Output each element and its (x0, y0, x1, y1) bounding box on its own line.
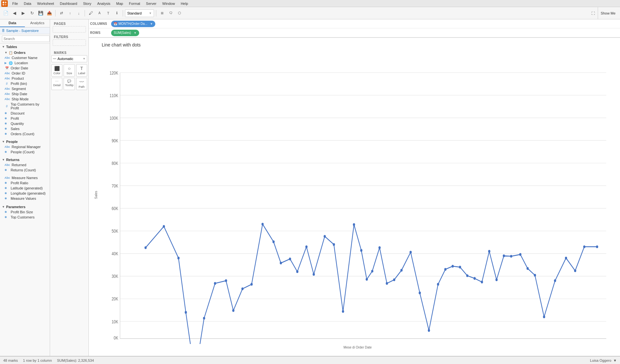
share-button[interactable]: ⬡ (176, 9, 183, 17)
refresh-button[interactable]: ↻ (28, 9, 36, 17)
field-profit[interactable]: ✱ Profit (0, 116, 50, 121)
menu-help[interactable]: Help (178, 1, 191, 6)
field-product[interactable]: Abc Product (0, 76, 50, 81)
toolbar: 📄 ◀ ▶ ↻ 💾 📤 ⇄ ↑ ↓ 🖊 A T ℹ Standard ▼ ⊞ 🗨… (0, 7, 620, 19)
user-dropdown-icon[interactable]: ▼ (613, 359, 617, 362)
pill-row-close-icon[interactable]: ▼ (134, 31, 137, 35)
field-people-count[interactable]: ✱ People (Count) (0, 149, 50, 155)
save-button[interactable]: 💾 (37, 9, 45, 17)
rows-pill[interactable]: SUM(Sales) ▼ (111, 30, 139, 36)
svg-point-84 (503, 254, 505, 257)
caption-button[interactable]: 🗨 (167, 9, 175, 17)
menu-window[interactable]: Window (160, 1, 178, 6)
marks-detail-btn[interactable]: ⋯ Detail (51, 78, 62, 90)
field-measure-values[interactable]: ✱ Measure Values (0, 196, 50, 201)
field-returns-count[interactable]: ✱ Returns (Count) (0, 167, 50, 173)
marks-path-btn[interactable]: 〰 Path (76, 78, 87, 90)
menu-map[interactable]: Map (114, 1, 126, 6)
menu-dashboard[interactable]: Dashboard (57, 1, 80, 6)
field-customer-name[interactable]: Abc Customer Name (0, 55, 50, 60)
columns-pill[interactable]: 📅 MONTH(Order Da... ▼ (111, 21, 155, 27)
svg-point-74 (428, 329, 430, 332)
sort-asc-button[interactable]: ↑ (66, 9, 74, 17)
standard-dropdown[interactable]: Standard ▼ (125, 9, 154, 17)
color-button[interactable]: A (96, 9, 103, 17)
field-longitude[interactable]: ✱ Longitude (generated) (0, 191, 50, 196)
export-button[interactable]: 📤 (46, 9, 53, 17)
param-top-customers[interactable]: ✱ Top Customers (0, 215, 50, 220)
highlight-button[interactable]: 🖊 (87, 9, 95, 17)
field-profit-ratio[interactable]: ✱ Profit Ratio (0, 180, 50, 186)
field-discount[interactable]: ✱ Discount (0, 111, 50, 116)
field-segment[interactable]: Abc Segment (0, 86, 50, 91)
field-order-id[interactable]: Abc Order ID (0, 71, 50, 76)
color-marks-icon: ⬛ (54, 66, 60, 71)
field-qty-icon: ✱ (5, 122, 9, 125)
sort-desc-button[interactable]: ↓ (75, 9, 83, 17)
menu-server[interactable]: Server (143, 1, 159, 6)
rows-label: Rows (90, 31, 111, 35)
menu-file[interactable]: File (10, 1, 21, 6)
field-location[interactable]: ▶ 🌐 Location (0, 60, 50, 66)
section-tables[interactable]: ▼ Tables (0, 44, 50, 49)
x-axis-label: Mese di Order Date (102, 346, 614, 349)
svg-point-43 (144, 246, 147, 249)
tooltip-button[interactable]: ℹ (113, 9, 121, 17)
menu-format[interactable]: Format (126, 1, 143, 6)
source-name[interactable]: 🗄 Sample - Superstore (0, 27, 50, 34)
forward-button[interactable]: ▶ (19, 9, 27, 17)
field-rm-icon: Abc (5, 145, 10, 148)
rows-shelf-row: Rows SUM(Sales) ▼ (89, 28, 620, 37)
field-profit-bin[interactable]: # Profit (bin) (0, 81, 50, 86)
param-profit-bin-size[interactable]: ✱ Profit Bin Size (0, 209, 50, 215)
field-profit-icon: ✱ (5, 117, 9, 120)
svg-point-63 (342, 310, 344, 313)
field-quantity[interactable]: ✱ Quantity (0, 121, 50, 126)
location-expand-icon[interactable]: ▶ (5, 61, 7, 65)
menu-analysis[interactable]: Analysis (95, 1, 113, 6)
filters-shelf[interactable] (53, 39, 86, 46)
chart-inner[interactable]: Sales 120K 110K (102, 50, 614, 344)
field-ship-date[interactable]: Abc Ship Date (0, 91, 50, 96)
section-parameters[interactable]: ▼ Parameters (0, 204, 50, 209)
new-button[interactable]: 📄 (2, 9, 10, 17)
pill-close-icon[interactable]: ▼ (150, 22, 153, 25)
search-input[interactable] (2, 35, 50, 42)
svg-rect-0 (3, 2, 4, 3)
back-button[interactable]: ◀ (11, 9, 18, 17)
field-top-customers[interactable]: # Top Customers by Profit (0, 102, 50, 111)
svg-point-87 (527, 267, 529, 270)
tab-data[interactable]: Data (0, 19, 25, 27)
marks-tooltip-btn[interactable]: 💬 Tooltip (64, 78, 75, 90)
field-order-date[interactable]: 📅 Order Date (0, 66, 50, 71)
field-measure-names[interactable]: Abc Measure Names (0, 175, 50, 180)
fit-button[interactable]: ⊞ (158, 9, 166, 17)
present-button[interactable]: ⛶ (589, 9, 597, 17)
menu-data[interactable]: Data (21, 1, 34, 6)
field-latitude[interactable]: ✱ Latitude (generated) (0, 186, 50, 191)
show-me-button[interactable]: Show Me (598, 7, 618, 19)
field-ship-mode[interactable]: Abc Ship Mode (0, 96, 50, 102)
menu-worksheet[interactable]: Worksheet (35, 1, 57, 6)
menu-story[interactable]: Story (80, 1, 94, 6)
section-returns[interactable]: ▼ Returns (0, 157, 50, 162)
field-sales[interactable]: ✱ Sales (0, 126, 50, 131)
field-ret-icon: Abc (5, 163, 10, 167)
menu-bar: File Data Worksheet Dashboard Story Anal… (0, 0, 620, 7)
svg-text:100K: 100K (110, 116, 119, 121)
swap-button[interactable]: ⇄ (57, 9, 65, 17)
field-pcount-icon: ✱ (5, 150, 9, 154)
text-button[interactable]: T (104, 9, 112, 17)
field-orders-count[interactable]: ✱ Orders (Count) (0, 131, 50, 136)
field-regional-manager[interactable]: Abc Regional Manager (0, 144, 50, 149)
marks-color-btn[interactable]: ⬛ Color (51, 64, 62, 76)
marks-type-dropdown[interactable]: 〰 Automatic ▼ (51, 55, 87, 62)
field-returned[interactable]: Abc Returned (0, 162, 50, 167)
section-orders[interactable]: ▼ 📋 Orders (0, 49, 50, 55)
panel-tabs: Data Analytics (0, 19, 50, 27)
marks-label-btn[interactable]: T Label (76, 64, 87, 76)
marks-size-btn[interactable]: ○ Size (64, 64, 75, 76)
section-people[interactable]: ▼ People (0, 138, 50, 144)
pages-shelf[interactable] (53, 26, 86, 33)
tab-analytics[interactable]: Analytics (25, 19, 50, 27)
